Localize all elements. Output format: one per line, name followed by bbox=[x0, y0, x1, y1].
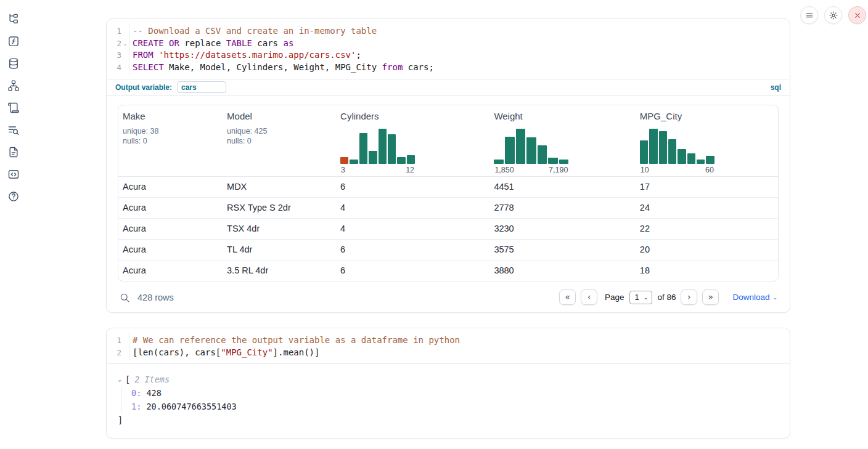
table-cell: Acura bbox=[118, 182, 223, 192]
output-variable-strip: Output variable: sql bbox=[107, 79, 790, 95]
page-select[interactable]: 1 ⌄ bbox=[629, 291, 653, 304]
histogram bbox=[640, 129, 714, 164]
histogram-bar bbox=[369, 151, 377, 164]
help-circle-icon[interactable] bbox=[7, 190, 20, 203]
close-icon[interactable] bbox=[848, 6, 866, 24]
histogram-bar bbox=[359, 133, 367, 164]
table-cell: Acura bbox=[118, 265, 223, 275]
column-stat: unique: 425 bbox=[227, 126, 336, 137]
file-tree-icon[interactable] bbox=[7, 13, 20, 25]
code-text: SELECT Make, Model, Cylinders, Weight, M… bbox=[129, 62, 434, 74]
code-text: [len(cars), cars["MPG_City"].mean()] bbox=[129, 347, 319, 359]
code-line: 1# We can reference the output variable … bbox=[107, 334, 790, 347]
histogram-bar bbox=[494, 160, 504, 164]
last-page-button[interactable]: » bbox=[702, 289, 719, 305]
topbar bbox=[800, 6, 866, 24]
code-line: 2[len(cars), cars["MPG_City"].mean()] bbox=[107, 347, 790, 359]
axis-max-label: 7,190 bbox=[549, 166, 568, 174]
scroll-icon[interactable] bbox=[7, 102, 20, 114]
list-search-icon[interactable] bbox=[7, 124, 20, 136]
fold-chevron-icon[interactable]: ⌄ bbox=[121, 38, 129, 50]
tree-items-count: 2 Items bbox=[134, 373, 170, 386]
table-cell: 2778 bbox=[489, 203, 635, 212]
column-name[interactable]: Make bbox=[123, 111, 223, 121]
database-icon[interactable] bbox=[7, 57, 20, 70]
settings-gear-icon[interactable] bbox=[824, 6, 842, 24]
code-box-icon[interactable] bbox=[7, 168, 20, 180]
menu-icon[interactable] bbox=[800, 6, 818, 24]
output-tree: ⌄ [ 2 Items 0: 4281: 20.060747663551403 … bbox=[107, 364, 790, 437]
tree-entry-index: 0: bbox=[131, 388, 141, 398]
table-body: AcuraMDX6445117AcuraRSX Type S 2dr427782… bbox=[118, 177, 778, 281]
table-cell: TSX 4dr bbox=[223, 224, 336, 233]
column-header-cylinders: Cylinders312 bbox=[336, 111, 489, 174]
search-icon[interactable] bbox=[119, 292, 130, 303]
code-text: FROM 'https://datasets.marimo.app/cars.c… bbox=[129, 49, 361, 62]
histogram-axis: 312 bbox=[340, 166, 415, 174]
histogram-bar bbox=[538, 145, 547, 164]
histogram-bar bbox=[548, 158, 558, 164]
output-variable-input[interactable] bbox=[177, 81, 226, 93]
tree-entry: 1: 20.060747663551403 bbox=[131, 400, 779, 413]
histogram-bar bbox=[640, 140, 648, 164]
column-name[interactable]: Cylinders bbox=[340, 111, 489, 121]
table-footer: 428 rows « ‹ Page 1 ⌄ of 86 › » Download… bbox=[118, 288, 779, 307]
table-cell: 6 bbox=[336, 245, 489, 254]
column-name[interactable]: Weight bbox=[494, 111, 635, 121]
table-cell: 3230 bbox=[489, 224, 635, 233]
table-cell: 22 bbox=[636, 224, 778, 233]
tree-open-bracket: [ bbox=[125, 373, 130, 386]
histogram-bar bbox=[706, 156, 714, 164]
table-cell: Acura bbox=[118, 203, 223, 212]
table-cell: 4 bbox=[336, 224, 489, 233]
fold-spacer bbox=[121, 49, 129, 62]
histogram-bar bbox=[649, 129, 657, 164]
pagination: « ‹ Page 1 ⌄ of 86 › » Download ⌄ bbox=[559, 289, 777, 305]
table-row: AcuraTSX 4dr4323022 bbox=[118, 219, 778, 240]
table-row: AcuraTL 4dr6357520 bbox=[118, 240, 778, 261]
column-header-model: Modelunique: 425nulls: 0 bbox=[223, 111, 336, 174]
first-page-button[interactable]: « bbox=[559, 289, 576, 305]
network-icon[interactable] bbox=[7, 79, 20, 92]
code-text: -- Download a CSV and create an in-memor… bbox=[129, 25, 377, 38]
column-name[interactable]: MPG_City bbox=[640, 111, 778, 121]
table-cell: Acura bbox=[118, 245, 223, 254]
sql-editor[interactable]: 1-- Download a CSV and create an in-memo… bbox=[107, 19, 790, 79]
column-header-mpg_city: MPG_City1060 bbox=[636, 111, 778, 174]
column-stat: nulls: 0 bbox=[227, 136, 336, 147]
line-number: 3 bbox=[107, 49, 121, 62]
table-cell: 17 bbox=[636, 182, 778, 192]
axis-max-label: 12 bbox=[406, 166, 414, 174]
download-button[interactable]: Download ⌄ bbox=[732, 293, 777, 302]
chevron-down-icon[interactable]: ⌄ bbox=[118, 373, 125, 386]
fold-spacer bbox=[121, 62, 129, 74]
table-cell: 24 bbox=[636, 203, 778, 212]
fold-spacer bbox=[121, 347, 129, 359]
file-text-icon[interactable] bbox=[7, 146, 20, 158]
table-cell: 6 bbox=[336, 182, 489, 192]
histogram-axis: 1060 bbox=[640, 166, 714, 174]
tree-close-bracket: ] bbox=[118, 413, 779, 427]
download-label: Download bbox=[732, 293, 769, 302]
column-name[interactable]: Model bbox=[227, 111, 336, 121]
tree-entries: 0: 4281: 20.060747663551403 bbox=[121, 386, 779, 413]
histogram bbox=[494, 129, 568, 164]
prev-page-button[interactable]: ‹ bbox=[581, 289, 597, 305]
histogram-bar bbox=[350, 160, 358, 164]
histogram-bar bbox=[559, 160, 569, 164]
function-square-icon[interactable] bbox=[7, 35, 20, 47]
line-number: 4 bbox=[107, 62, 121, 74]
column-header-make: Makeunique: 38nulls: 0 bbox=[118, 111, 223, 174]
python-output-area: ⌄ [ 2 Items 0: 4281: 20.060747663551403 … bbox=[107, 363, 790, 437]
histogram-bar bbox=[407, 155, 415, 164]
next-page-button[interactable]: › bbox=[681, 289, 697, 305]
histogram bbox=[340, 129, 415, 164]
code-line: 3FROM 'https://datasets.marimo.app/cars.… bbox=[107, 49, 790, 62]
python-editor[interactable]: 1# We can reference the output variable … bbox=[107, 328, 790, 363]
table-cell: RSX Type S 2dr bbox=[223, 203, 336, 212]
histogram-bar bbox=[678, 149, 686, 164]
histogram-bar bbox=[388, 134, 396, 164]
table-cell: 18 bbox=[636, 265, 778, 275]
column-stat: nulls: 0 bbox=[123, 136, 223, 147]
histogram-bar bbox=[505, 137, 515, 164]
